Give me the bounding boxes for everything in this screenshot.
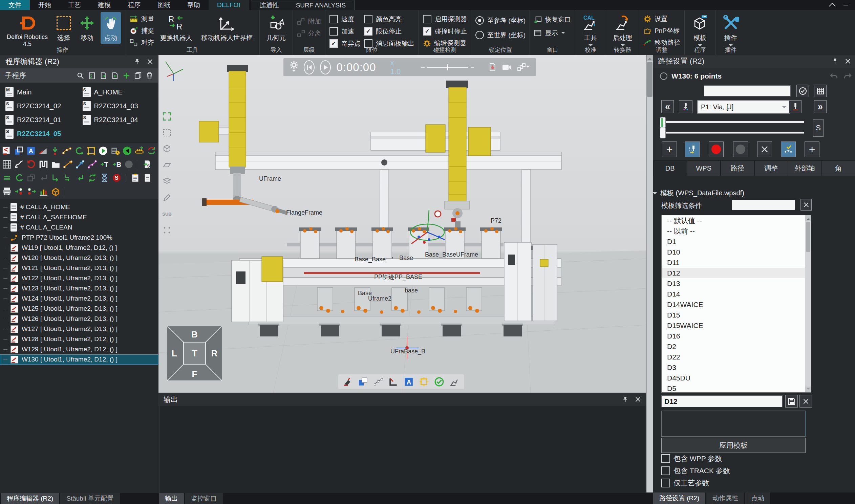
torch-to-point-button[interactable] — [679, 100, 693, 113]
panel-tab[interactable]: 动作属性 — [706, 492, 744, 504]
print-icon[interactable] — [2, 186, 12, 196]
limit-checkbox[interactable]: 加速 — [329, 26, 361, 36]
statement-row[interactable]: W121 [ Utool1, Uframe2, D13, () ] — [0, 263, 158, 273]
disabled-state-icon[interactable] — [124, 159, 133, 169]
delfoi-logo[interactable]: Delfoi Robotics4.5 — [4, 12, 51, 49]
menu-item[interactable]: DELFOI — [209, 0, 249, 10]
statement-row[interactable]: # CALL A_CLEAN — [0, 222, 158, 233]
zoom-region-icon[interactable] — [161, 127, 172, 138]
settings-tab[interactable]: 路径 — [720, 160, 754, 176]
template-item[interactable]: D15WAICE — [662, 320, 805, 331]
playback-settings-button[interactable] — [289, 60, 298, 74]
subprogram-item[interactable]: S R2ZC3214_04 — [79, 114, 157, 126]
edit-icon[interactable] — [161, 192, 172, 203]
play-program-icon[interactable] — [99, 146, 108, 155]
select-button[interactable]: 选择 — [54, 12, 73, 44]
statistics-icon[interactable] — [39, 186, 48, 196]
speed-slider[interactable] — [421, 67, 474, 68]
close-icon[interactable] — [147, 59, 153, 64]
settings-tab[interactable]: DB — [653, 160, 687, 176]
iso-cube-icon[interactable] — [161, 144, 172, 154]
viewport-3d[interactable]: UFrameFlangeFrameBase_BaseBaseBase_BaseU… — [158, 55, 646, 393]
subprogram-doc-icon[interactable]: S — [143, 159, 152, 169]
point-table-button[interactable] — [814, 85, 826, 97]
pin-icon[interactable] — [622, 396, 628, 403]
template-description-box[interactable] — [661, 411, 805, 437]
search-icon[interactable] — [76, 72, 84, 79]
checklist-icon[interactable] — [88, 72, 96, 79]
pin-icon[interactable] — [134, 58, 141, 65]
delete-point-button[interactable] — [757, 142, 772, 157]
next-point-button[interactable]: » — [814, 100, 826, 113]
statement-row[interactable]: # CALL A_HOME — [0, 202, 158, 212]
move-robot-world-frame-button[interactable]: 移动机器人世界框 — [198, 12, 255, 44]
torch-touch-button[interactable] — [789, 100, 802, 113]
output-content[interactable] — [159, 406, 645, 493]
menu-item[interactable]: 工艺 — [59, 0, 89, 10]
change-robot-button[interactable]: RR 更换机器人 — [158, 12, 195, 44]
subprogram-item[interactable]: S R2ZC3214_01 — [2, 114, 79, 126]
pdf-export-icon[interactable] — [488, 63, 497, 71]
template-option-checkbox[interactable]: 包含 WPP 参数 — [661, 454, 730, 463]
jog-button[interactable]: 点动 — [101, 12, 121, 44]
statement-row[interactable]: W124 [ Utool1, Uframe2, D13, () ] — [0, 293, 158, 304]
limit-checkbox[interactable]: 速度 — [329, 14, 361, 24]
confirm-point-button[interactable] — [797, 85, 809, 97]
branch-else-icon[interactable] — [63, 173, 72, 182]
measure-corner-icon[interactable] — [388, 377, 398, 387]
snap-button[interactable]: 捕捉 — [129, 26, 154, 36]
template-button[interactable]: 模板 — [689, 12, 711, 50]
limit-checkbox[interactable]: 限位停止 — [364, 26, 414, 36]
play-fast-icon[interactable] — [123, 146, 132, 155]
statement-row[interactable]: W128 [ Utool1, Uframe2, D12, () ] — [0, 334, 158, 344]
template-item[interactable]: D22 — [662, 352, 805, 362]
import-program-icon[interactable] — [100, 72, 107, 79]
list-scrollbar[interactable] — [805, 215, 811, 392]
scrollbar-thumb[interactable] — [806, 222, 810, 252]
position-slider-handle[interactable] — [660, 117, 666, 128]
menu-item[interactable]: 连通性 — [251, 0, 287, 10]
lock-position-radio[interactable]: 至参考 (坐标) — [476, 16, 526, 25]
teach-point-icon[interactable] — [50, 146, 59, 155]
panel-tab[interactable]: 点动 — [745, 492, 770, 504]
collision-checkbox[interactable]: 启用探测器 — [423, 14, 467, 24]
panel-tab[interactable]: Stäubli 单元配置 — [60, 493, 120, 504]
cycle-icon[interactable] — [147, 146, 156, 155]
move-point-icon[interactable] — [75, 159, 85, 169]
template-item[interactable]: D5 — [662, 383, 805, 393]
film-steps-button[interactable] — [517, 63, 530, 72]
stop-icon[interactable]: S — [112, 173, 121, 182]
redo-icon[interactable] — [843, 72, 852, 80]
program-timer-icon[interactable] — [110, 146, 120, 155]
save-template-button[interactable] — [785, 395, 798, 408]
settings-tab[interactable]: 角 — [822, 160, 855, 176]
panel-tab[interactable]: 程序编辑器 (R2) — [1, 493, 59, 504]
ramp-limit-icon[interactable] — [38, 146, 48, 155]
settings-tab[interactable]: 外部轴 — [788, 160, 822, 176]
projection-icon[interactable] — [161, 160, 172, 170]
path-points-icon[interactable] — [62, 146, 72, 155]
trash-icon[interactable] — [146, 72, 154, 79]
postprocess-button[interactable]: 后处理 — [610, 12, 635, 50]
statement-row[interactable]: PTP P72 Utool1 Uframe2 100% — [0, 233, 158, 243]
path-points-icon[interactable] — [373, 377, 383, 387]
panel-tab[interactable]: 监控窗口 — [185, 493, 223, 504]
add-point-after-button[interactable] — [804, 142, 819, 157]
template-filter-input[interactable] — [732, 200, 795, 210]
point-type-select[interactable]: P1: Via, [J] — [697, 100, 790, 114]
close-icon[interactable] — [845, 58, 851, 64]
weld-select-icon[interactable] — [2, 146, 12, 155]
measure-button[interactable]: 测量 — [129, 14, 154, 24]
menu-item[interactable]: 开始 — [30, 0, 59, 10]
torch-path-button[interactable] — [685, 142, 700, 157]
folder-icon[interactable] — [51, 159, 60, 169]
clipboard-check-icon[interactable] — [130, 173, 140, 182]
template-name-input[interactable] — [661, 395, 783, 407]
branch-if-icon[interactable] — [51, 173, 60, 182]
template-item[interactable]: D1 — [662, 236, 805, 247]
rotate-red-icon[interactable] — [26, 159, 36, 169]
subprogram-item[interactable]: S R2ZC3214_02 — [2, 100, 79, 112]
undo-icon[interactable] — [830, 72, 838, 80]
lock-position-radio[interactable]: 至世界 (坐标) — [476, 30, 526, 40]
settings-tab[interactable]: WPS — [687, 160, 721, 176]
